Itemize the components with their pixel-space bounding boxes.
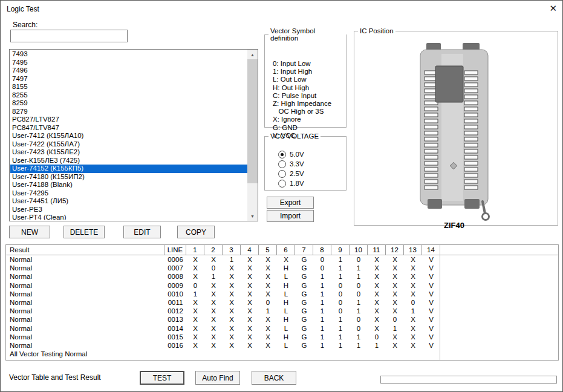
- vector-symbol-line: 0: Input Low: [273, 60, 331, 68]
- pin-cell: X: [223, 282, 241, 289]
- chip-list[interactable]: 74937495749674978155825582598279PC827/LT…: [9, 49, 258, 221]
- scroll-up-icon[interactable]: ▲: [247, 50, 258, 59]
- table-header-cell: 1: [186, 245, 204, 255]
- copy-button[interactable]: COPY: [177, 226, 215, 238]
- export-button[interactable]: Export: [267, 197, 314, 209]
- vcc-option-3.3V[interactable]: 3.3V: [278, 159, 304, 169]
- table-row[interactable]: Normal0007X0XXXHG011XXXV: [6, 264, 558, 272]
- pin-cell: 1: [331, 256, 350, 263]
- radio-icon[interactable]: [278, 160, 286, 168]
- chip-list-item[interactable]: 7493: [10, 50, 247, 59]
- chip-list-item[interactable]: User-74152 (К155КП5): [10, 165, 247, 173]
- chip-list-item[interactable]: User-К155ЛЕ3 (7425): [10, 157, 247, 165]
- chip-list-item[interactable]: User-74180 (К155ИП2): [10, 173, 247, 181]
- line-cell: 0011: [164, 299, 186, 306]
- auto-find-button[interactable]: Auto Find: [195, 371, 240, 385]
- chip-list-item[interactable]: 8259: [10, 99, 247, 108]
- delete-button[interactable]: DELETE: [63, 226, 105, 238]
- table-header-cell: 7: [295, 245, 313, 255]
- vcc-option-1.8V[interactable]: 1.8V: [278, 178, 304, 188]
- radio-icon[interactable]: [278, 151, 286, 158]
- table-row[interactable]: Normal00090XXXXHG100XXXV: [6, 281, 558, 290]
- radio-icon[interactable]: [278, 170, 286, 178]
- pin-cell: X: [386, 299, 404, 306]
- pin-cell: X: [241, 299, 259, 306]
- pin-cell: 0: [350, 316, 368, 323]
- pin-cell: X: [386, 282, 404, 289]
- pin-cell: V: [422, 325, 440, 332]
- table-row[interactable]: Normal0016XXXXXLG1111XXV: [6, 341, 558, 350]
- pin-cell: G: [295, 273, 313, 280]
- chip-list-item[interactable]: User-74295: [10, 189, 247, 198]
- chip-list-item[interactable]: 7497: [10, 75, 247, 83]
- pin-cell: X: [204, 333, 223, 341]
- pin-cell: X: [259, 256, 277, 263]
- search-input[interactable]: [10, 30, 128, 42]
- table-row[interactable]: Normal00101XXXXLG100XXXV: [6, 290, 558, 298]
- result-cell: Normal: [6, 316, 164, 323]
- pin-cell: V: [422, 299, 440, 306]
- pin-cell: X: [368, 290, 386, 298]
- chip-list-item[interactable]: 8279: [10, 108, 247, 116]
- chip-list-item[interactable]: 7495: [10, 59, 247, 67]
- pin-cell: X: [368, 273, 386, 280]
- pin-cell: X: [241, 256, 259, 263]
- chip-list-item[interactable]: PC827/LTV827: [10, 116, 247, 124]
- pin-cell: X: [368, 256, 386, 263]
- pin-cell: X: [204, 282, 223, 289]
- pin-cell: 1: [313, 333, 331, 341]
- chip-list-item[interactable]: User-7412 (К155ЛА10): [10, 132, 247, 140]
- chip-list-item[interactable]: User-74188 (Blank): [10, 181, 247, 189]
- pin-cell: X: [404, 256, 422, 263]
- pin-cell: 1: [331, 264, 350, 272]
- back-button[interactable]: BACK: [252, 371, 296, 385]
- pin-cell: X: [368, 264, 386, 272]
- scrollbar-thumb[interactable]: [247, 59, 258, 183]
- scroll-down-icon[interactable]: ▼: [247, 211, 258, 221]
- vcc-option-label: 1.8V: [290, 180, 304, 187]
- chip-list-item[interactable]: PC847/LTV847: [10, 124, 247, 132]
- new-button[interactable]: NEW: [9, 226, 50, 238]
- edit-button[interactable]: EDIT: [123, 226, 161, 238]
- table-row[interactable]: Normal0006XX1XXXG010XXXV: [6, 255, 558, 264]
- chip-list-item[interactable]: 7496: [10, 67, 247, 75]
- table-row[interactable]: Normal0012XXXX1LG101XX1V: [6, 307, 558, 315]
- pin-cell: H: [277, 333, 295, 341]
- chip-list-item[interactable]: 8155: [10, 83, 247, 91]
- table-summary-row: All Vector Testing Normal: [6, 350, 558, 358]
- chip-list-item[interactable]: User-7422 (К155ЛА7): [10, 140, 247, 149]
- search-label: Search:: [13, 21, 37, 29]
- test-button[interactable]: TEST: [140, 371, 184, 385]
- pin-cell: X: [223, 316, 241, 323]
- pin-cell: 1: [350, 307, 368, 315]
- pin-cell: 0: [331, 290, 350, 298]
- table-row[interactable]: Normal0008X1XXXLG111XXXV: [6, 272, 558, 281]
- vector-symbol-groupbox: Vector Symbol definition 0: Input Low1: …: [264, 27, 347, 128]
- table-row[interactable]: Normal0015XXXXXHG1110XXV: [6, 333, 558, 341]
- pin-cell: 0: [404, 299, 422, 306]
- table-row[interactable]: Normal0014XXXXXLG110X1XV: [6, 324, 558, 333]
- chip-list-item[interactable]: User-РТ4 (Clean): [10, 214, 247, 220]
- pin-cell: X: [386, 256, 404, 263]
- radio-icon[interactable]: [278, 180, 286, 188]
- pin-cell: 1: [350, 333, 368, 341]
- import-button[interactable]: Import: [267, 210, 314, 222]
- vcc-option-label: 2.5V: [290, 170, 304, 177]
- chip-list-item[interactable]: User-74451 (ЛИ5): [10, 197, 247, 206]
- close-icon[interactable]: ✕: [549, 3, 557, 14]
- vcc-option-2.5V[interactable]: 2.5V: [278, 169, 304, 178]
- table-row[interactable]: Normal0011XXXX0HG101XX0V: [6, 298, 558, 307]
- table-rows: Normal0006XX1XXXG010XXXVNormal0007X0XXXH…: [6, 255, 558, 350]
- chip-list-item[interactable]: User-РЕ3: [10, 206, 247, 214]
- chip-list-item[interactable]: User-7423 (К155ЛЕ2): [10, 148, 247, 157]
- vcc-option-5.0V[interactable]: 5.0V: [278, 149, 304, 159]
- pin-cell: X: [186, 307, 204, 315]
- table-header-filler: [440, 245, 558, 255]
- pin-cell: X: [259, 316, 277, 323]
- logic-test-window: Logic Test ✕ Search: 7493749574967497815…: [0, 0, 563, 392]
- line-cell: 0007: [164, 264, 186, 272]
- list-scrollbar[interactable]: ▲ ▼: [247, 50, 258, 221]
- table-row[interactable]: Normal0013XXXXXHG110X0XV: [6, 315, 558, 324]
- line-cell: 0009: [164, 282, 186, 289]
- chip-list-item[interactable]: 8255: [10, 91, 247, 100]
